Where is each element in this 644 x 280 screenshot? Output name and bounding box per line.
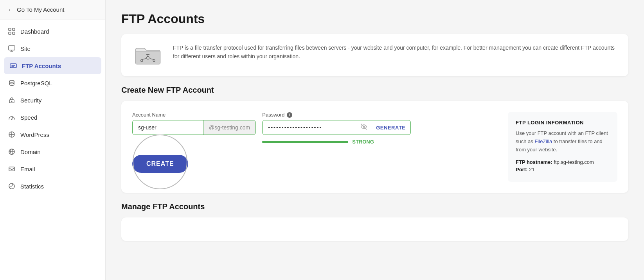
sidebar-item-statistics[interactable]: Statistics <box>0 178 105 195</box>
password-label: Password <box>262 112 284 118</box>
wordpress-icon <box>8 131 16 138</box>
create-section-heading: Create New FTP Account <box>121 86 628 95</box>
sidebar-item-domain-label: Domain <box>20 149 41 155</box>
toggle-password-button[interactable] <box>356 123 371 132</box>
create-button-wrap: CREATE <box>132 151 188 173</box>
create-ftp-card: Account Name @sg-testing.com Password i <box>121 101 628 193</box>
password-field-group: Password i <box>262 112 410 145</box>
form-row-main: Account Name @sg-testing.com Password i <box>132 112 498 145</box>
svg-rect-3 <box>13 32 15 34</box>
account-name-input-wrap: @sg-testing.com <box>132 120 256 135</box>
speed-icon <box>8 113 16 121</box>
sidebar-item-ftp-label: FTP Accounts <box>22 63 61 69</box>
ftp-port-value: 21 <box>529 167 534 172</box>
sidebar-item-site-label: Site <box>20 45 31 52</box>
sidebar-item-postgresql[interactable]: PostgreSQL <box>0 74 105 92</box>
manage-ftp-card <box>121 217 628 241</box>
sidebar-item-postgresql-label: PostgreSQL <box>20 80 52 86</box>
svg-rect-1 <box>13 28 15 31</box>
svg-rect-5 <box>10 64 16 68</box>
ftp-folder-icon <box>132 43 164 67</box>
ftp-port-label: Port: <box>516 167 527 172</box>
sidebar-nav: Dashboard Site FTP Accounts <box>0 20 105 280</box>
back-arrow-icon: ← <box>8 6 14 13</box>
password-strength-wrap: STRONG <box>262 139 410 145</box>
ftp-icon <box>9 62 17 70</box>
stats-icon <box>8 182 16 190</box>
password-wrap: GENERATE STRONG <box>262 120 410 145</box>
manage-section-heading: Manage FTP Accounts <box>121 202 628 211</box>
sidebar-item-email[interactable]: Email <box>0 160 105 178</box>
svg-point-9 <box>11 119 13 120</box>
sidebar-item-domain[interactable]: Domain <box>0 143 105 160</box>
back-label: Go To My Account <box>17 6 64 13</box>
page-title: FTP Accounts <box>121 12 628 26</box>
database-icon <box>8 79 16 87</box>
sidebar-item-speed-label: Speed <box>20 114 37 121</box>
ftp-hostname-detail: FTP hostname: ftp.sg-testing.com <box>516 159 610 165</box>
lock-icon <box>8 96 16 104</box>
monitor-icon <box>8 45 16 52</box>
sidebar-item-statistics-label: Statistics <box>20 183 44 190</box>
password-input[interactable] <box>263 120 356 135</box>
ftp-info-description: FTP is a file transfer protocol used for… <box>173 43 617 61</box>
account-name-label: Account Name <box>132 112 256 118</box>
ftp-info-card: FTP is a file transfer protocol used for… <box>121 34 628 76</box>
sidebar-item-speed[interactable]: Speed <box>0 109 105 126</box>
filezilla-link[interactable]: FileZilla <box>534 138 552 144</box>
ftp-hostname-label: FTP hostname: <box>516 159 552 165</box>
svg-rect-4 <box>9 46 15 50</box>
grid-icon <box>8 27 16 35</box>
generate-password-button[interactable]: GENERATE <box>371 125 410 131</box>
back-to-account-link[interactable]: ← Go To My Account <box>0 0 105 20</box>
create-ftp-button[interactable]: CREATE <box>132 155 188 173</box>
svg-point-8 <box>11 101 13 102</box>
ftp-login-description: Use your FTP account with an FTP client … <box>516 129 610 154</box>
sidebar-item-wordpress-label: WordPress <box>20 131 49 138</box>
sidebar-item-email-label: Email <box>20 166 35 172</box>
sidebar-item-dashboard-label: Dashboard <box>20 28 49 35</box>
account-name-input[interactable] <box>133 120 203 135</box>
password-input-wrap: GENERATE <box>262 120 410 135</box>
sidebar-item-dashboard[interactable]: Dashboard <box>0 23 105 40</box>
sidebar-item-security[interactable]: Security <box>0 92 105 109</box>
sidebar-item-wordpress[interactable]: WordPress <box>0 126 105 143</box>
sidebar-item-site[interactable]: Site <box>0 40 105 57</box>
strength-bar <box>262 141 348 143</box>
mail-icon <box>8 165 16 173</box>
create-form: Account Name @sg-testing.com Password i <box>132 112 498 182</box>
password-label-row: Password i <box>262 112 410 118</box>
ftp-login-panel-title: FTP LOGIN INFORMATION <box>516 120 610 126</box>
strength-label: STRONG <box>352 139 374 145</box>
globe-icon <box>8 148 16 156</box>
ftp-login-info-panel: FTP LOGIN INFORMATION Use your FTP accou… <box>508 112 617 182</box>
sidebar-item-ftp-accounts[interactable]: FTP Accounts <box>4 57 101 74</box>
svg-rect-13 <box>9 167 14 171</box>
account-name-field-group: Account Name @sg-testing.com <box>132 112 256 145</box>
sidebar-item-security-label: Security <box>20 97 41 104</box>
svg-rect-2 <box>9 32 11 34</box>
main-content: FTP Accounts FTP is a file transfer prot… <box>106 0 644 280</box>
sidebar: ← Go To My Account Dashboard <box>0 0 106 280</box>
account-domain-suffix: @sg-testing.com <box>203 120 255 135</box>
ftp-hostname-value: ftp.sg-testing.com <box>554 159 594 165</box>
password-info-icon[interactable]: i <box>287 112 292 118</box>
svg-point-6 <box>9 81 14 83</box>
ftp-port-detail: Port: 21 <box>516 167 610 172</box>
svg-rect-0 <box>9 28 11 31</box>
